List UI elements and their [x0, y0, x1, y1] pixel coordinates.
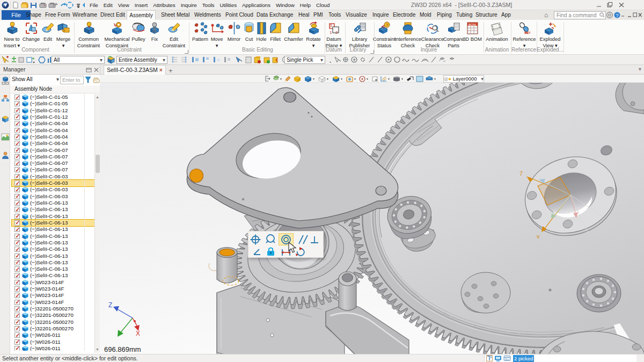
- svg-text:BOM: BOM: [469, 23, 476, 26]
- svg-text:X: X: [136, 330, 140, 337]
- svg-text:v: v: [537, 233, 540, 240]
- svg-text:7: 7: [519, 170, 523, 177]
- svg-text:1: 1: [330, 30, 332, 35]
- svg-text:Z: Z: [108, 301, 112, 309]
- svg-text:?: ?: [616, 13, 619, 18]
- svg-text:3: 3: [330, 23, 332, 28]
- svg-text:696.869mm: 696.869mm: [104, 345, 141, 353]
- svg-text:2: 2: [335, 30, 338, 35]
